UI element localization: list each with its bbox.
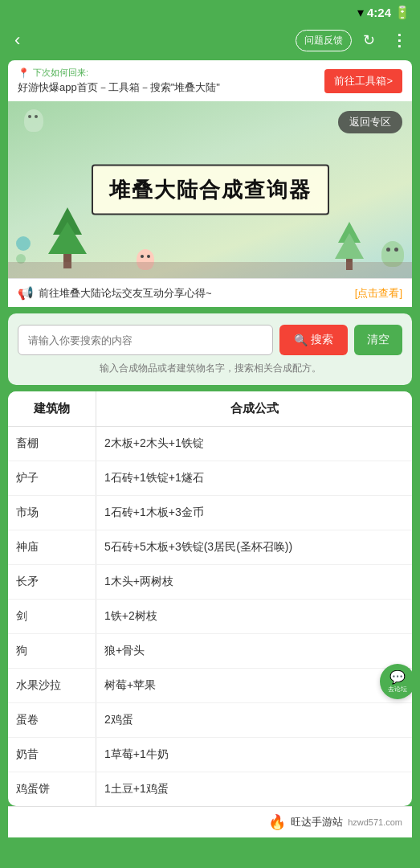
goto-toolbox-button[interactable]: 前往工具箱>: [324, 69, 402, 93]
table-row: 长矛1木头+两树枝: [8, 565, 412, 600]
table-row: 市场1石砖+1木板+3金币: [8, 496, 412, 530]
forum-float-button[interactable]: 💬去论坛: [380, 664, 412, 699]
back-button[interactable]: ‹: [8, 27, 27, 54]
col-formula-header: 合成公式: [96, 391, 412, 426]
forum-bar: 📢 前往堆叠大陆论坛交友互动分享心得~ [点击查看]: [8, 278, 412, 307]
search-hint: 输入合成物品或者建筑物名字，搜索相关合成配方。: [18, 362, 402, 375]
brand-name: 旺达手游站: [291, 815, 343, 829]
feedback-button[interactable]: 问题反馈: [296, 30, 352, 51]
formula-cell: 1土豆+1鸡蛋: [96, 772, 412, 806]
search-input[interactable]: [18, 325, 273, 355]
formula-cell: 2鸡蛋: [96, 703, 412, 737]
speaker-icon: 📢: [18, 285, 34, 301]
hero-title-box: 堆叠大陆合成查询器: [92, 165, 329, 215]
building-cell: 狗: [8, 634, 96, 668]
search-icon: 🔍: [294, 334, 308, 346]
table-row: 神庙5石砖+5木板+3铁锭(3居民(圣杯召唤)): [8, 530, 412, 565]
location-icon: 📍: [18, 68, 30, 79]
search-section: 🔍 搜索 清空 输入合成物品或者建筑物名字，搜索相关合成配方。: [8, 313, 412, 385]
table-row: 炉子1石砖+1铁锭+1燧石: [8, 461, 412, 496]
building-cell: 神庙: [8, 530, 96, 564]
building-cell: 炉子: [8, 461, 96, 495]
refresh-button[interactable]: ↻: [358, 28, 380, 52]
formula-cell: 5石砖+5木板+3铁锭(3居民(圣杯召唤)): [96, 530, 412, 564]
table-row: 狗狼+骨头: [8, 634, 412, 669]
clear-button[interactable]: 清空: [354, 325, 402, 355]
clock: 4:24: [367, 6, 391, 19]
table-row: 水果沙拉树莓+苹果💬去论坛: [8, 669, 412, 703]
status-bar: ▾ 4:24 🔋: [0, 0, 420, 23]
formula-cell: 1草莓+1牛奶: [96, 738, 412, 772]
table-row: 畜棚2木板+2木头+1铁锭: [8, 427, 412, 461]
table-row: 奶昔1草莓+1牛奶: [8, 738, 412, 772]
return-zone-button[interactable]: 返回专区: [338, 111, 402, 133]
table-row: 鸡蛋饼1土豆+1鸡蛋: [8, 772, 412, 806]
hero-title: 堆叠大陆合成查询器: [109, 178, 312, 202]
formula-cell: 1铁+2树枝: [96, 600, 412, 633]
table-row: 蛋卷2鸡蛋: [8, 703, 412, 738]
building-cell: 水果沙拉: [8, 669, 96, 702]
forum-bar-text: 前往堆叠大陆论坛交友互动分享心得~: [39, 286, 212, 301]
building-cell: 蛋卷: [8, 703, 96, 737]
forum-float-icon: 💬: [389, 669, 406, 685]
flame-icon: 🔥: [268, 813, 286, 831]
more-button[interactable]: ⋮: [386, 27, 412, 53]
building-cell: 鸡蛋饼: [8, 772, 96, 806]
formula-cell: 2木板+2木头+1铁锭: [96, 427, 412, 461]
forum-bar-link[interactable]: [点击查看]: [355, 286, 402, 301]
brand-url: hzwd571.com: [348, 817, 402, 827]
formula-cell: 1石砖+1木板+3金币: [96, 496, 412, 530]
recipe-table: 建筑物 合成公式 畜棚2木板+2木头+1铁锭炉子1石砖+1铁锭+1燧石市场1石砖…: [8, 391, 412, 806]
formula-cell: 狼+骨头: [96, 634, 412, 668]
formula-cell: 1木头+两树枝: [96, 565, 412, 599]
forum-float-label: 去论坛: [388, 685, 407, 694]
table-row: 剑1铁+2树枝: [8, 600, 412, 634]
wifi-icon: ▾: [357, 5, 364, 20]
building-cell: 奶昔: [8, 738, 96, 772]
top-nav: ‹ 问题反馈 ↻ ⋮: [0, 23, 420, 60]
formula-cell: 树莓+苹果💬去论坛: [96, 669, 412, 702]
building-cell: 畜棚: [8, 427, 96, 461]
building-cell: 市场: [8, 496, 96, 530]
building-cell: 剑: [8, 600, 96, 633]
col-building-header: 建筑物: [8, 391, 96, 426]
building-cell: 长矛: [8, 565, 96, 599]
search-button[interactable]: 🔍 搜索: [279, 325, 348, 355]
formula-cell: 1石砖+1铁锭+1燧石: [96, 461, 412, 495]
battery-icon: 🔋: [394, 5, 410, 20]
bottom-brand: 🔥 旺达手游站 hzwd571.com: [8, 806, 412, 837]
hero-section: 堆叠大陆合成查询器 返回专区: [8, 101, 412, 278]
